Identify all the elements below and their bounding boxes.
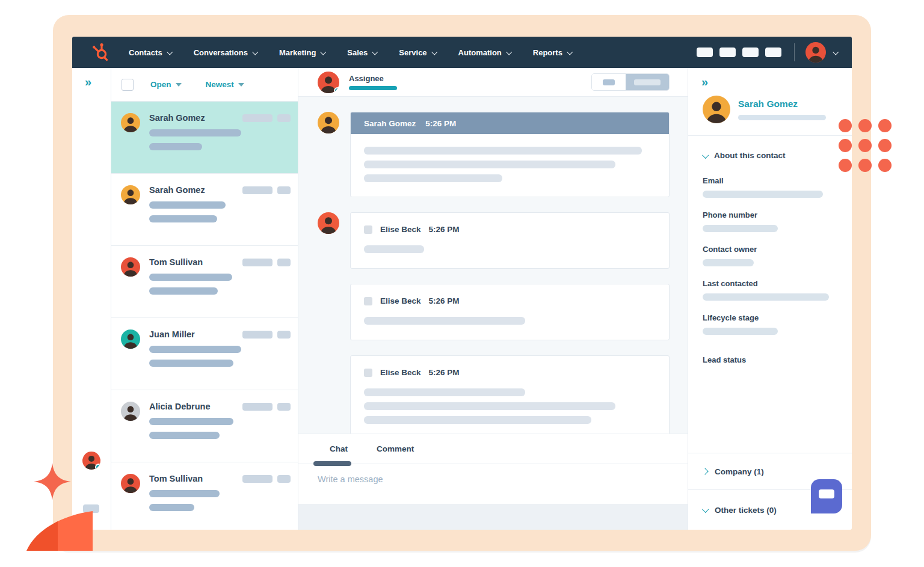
expand-panel-button[interactable]: » [701, 75, 708, 88]
nav-menu: ContactsConversationsMarketingSalesServi… [129, 48, 594, 57]
status-filter-dropdown[interactable]: Open [150, 80, 182, 89]
top-nav: ContactsConversationsMarketingSalesServi… [72, 37, 852, 68]
preview-text-placeholder [149, 129, 241, 136]
message-checkbox[interactable] [364, 225, 372, 234]
nav-action-placeholder[interactable] [742, 48, 759, 57]
nav-item-marketing[interactable]: Marketing [279, 48, 325, 57]
message-text-placeholder [364, 402, 615, 410]
field-label: Phone number [703, 210, 837, 219]
nav-item-label: Service [399, 48, 427, 57]
hubspot-sprocket-logo-icon[interactable] [91, 42, 111, 63]
caret-down-icon [176, 83, 182, 87]
message-checkbox[interactable] [364, 369, 372, 377]
contact-panel-header: » Sarah Gomez [688, 68, 852, 136]
message-time: 5:26 PM [429, 225, 460, 234]
conversation-row-tom-sullivan[interactable]: Tom Sullivan [111, 246, 298, 318]
view-toggle-right-segment[interactable] [626, 74, 669, 90]
nav-item-label: Sales [347, 48, 368, 57]
nav-item-label: Reports [533, 48, 562, 57]
contact-field-lead-status: Lead status [703, 355, 837, 364]
contact-avatar [121, 185, 140, 204]
message-card: Elise Beck5:26 PM [350, 284, 670, 340]
decorative-dot [839, 159, 852, 172]
message-time: 5:26 PM [429, 296, 460, 305]
chat-widget-icon [819, 489, 834, 498]
message-text-placeholder [364, 174, 502, 182]
decorative-leaf-shape [25, 510, 93, 553]
conversation-contact-name: Tom Sullivan [149, 257, 242, 267]
conversation-contact-name: Sarah Gomez [149, 185, 242, 195]
message-thread: Sarah Gomez5:26 PMElise Beck5:26 PMElise… [298, 97, 688, 434]
decorative-dot [878, 139, 892, 152]
nav-item-service[interactable]: Service [399, 48, 436, 57]
nav-action-placeholder[interactable] [765, 48, 781, 57]
field-value-placeholder [703, 259, 754, 266]
sort-label: Newest [206, 80, 234, 89]
chevron-down-icon [702, 506, 709, 513]
timestamp-placeholder [242, 259, 273, 266]
nav-item-contacts[interactable]: Contacts [129, 48, 171, 57]
contact-field-contact-owner: Contact owner [703, 245, 837, 266]
decorative-dot [858, 119, 872, 132]
nav-item-sales[interactable]: Sales [347, 48, 377, 57]
sender-avatar [318, 112, 339, 133]
view-toggle-left-segment[interactable] [592, 74, 626, 90]
agent-avatar[interactable] [82, 452, 100, 470]
chevron-down-icon [167, 49, 173, 55]
view-toggle [591, 73, 670, 91]
sort-dropdown[interactable]: Newest [206, 80, 244, 89]
conversation-row-tom-sullivan[interactable]: Tom Sullivan [111, 462, 298, 530]
composer-tab-comment[interactable]: Comment [377, 444, 414, 453]
decorative-dot [839, 119, 852, 132]
message-text-placeholder [364, 147, 642, 155]
conversation-row-alicia-debrune[interactable]: Alicia Debrune [111, 390, 298, 462]
contact-panel: » Sarah Gomez About this contact EmailPh… [688, 68, 852, 530]
section-label: Company (1) [715, 467, 764, 476]
badge-placeholder [277, 331, 291, 339]
preview-text-placeholder [149, 432, 220, 439]
timestamp-placeholder [242, 186, 273, 194]
preview-text-placeholder [149, 504, 194, 511]
message-checkbox[interactable] [364, 297, 372, 305]
conversation-list-header: Open Newest [111, 68, 298, 102]
nav-item-reports[interactable]: Reports [533, 48, 571, 57]
contact-name[interactable]: Sarah Gomez [738, 99, 826, 109]
main-area: » Open Newest Sarah GomezSara [72, 68, 852, 530]
message-card: Elise Beck5:26 PM [350, 212, 670, 269]
nav-action-placeholder[interactable] [719, 48, 736, 57]
user-menu-chevron-down-icon[interactable] [833, 49, 839, 55]
about-contact-toggle[interactable]: About this contact [703, 151, 852, 160]
nav-item-conversations[interactable]: Conversations [194, 48, 257, 57]
message-text-placeholder [364, 317, 525, 325]
collapsed-sidebar-strip: » [72, 68, 111, 530]
composer-input[interactable]: Write a message [298, 464, 688, 504]
conversation-contact-name: Tom Sullivan [149, 474, 242, 483]
nav-action-placeholders [690, 48, 781, 57]
chevron-down-icon [321, 49, 327, 55]
message-text-placeholder [364, 245, 424, 253]
select-all-checkbox[interactable] [122, 79, 134, 91]
nav-action-placeholder[interactable] [697, 48, 713, 57]
expand-sidebar-button[interactable]: » [85, 76, 91, 88]
assignee-avatar[interactable] [318, 72, 339, 93]
conversation-contact-name: Juan Miller [149, 329, 242, 339]
chevron-down-icon [567, 49, 573, 55]
timestamp-placeholder [242, 114, 273, 122]
badge-placeholder [277, 259, 291, 266]
field-value-placeholder [703, 293, 829, 301]
composer-footer [298, 504, 688, 530]
conversation-row-sarah-gomez[interactable]: Sarah Gomez [111, 174, 298, 246]
user-avatar[interactable] [805, 42, 826, 63]
composer-tab-chat[interactable]: Chat [330, 444, 348, 453]
conversation-contact-name: Sarah Gomez [149, 113, 242, 123]
chat-widget-button[interactable] [811, 479, 842, 513]
conversation-row-juan-miller[interactable]: Juan Miller [111, 318, 298, 390]
nav-item-automation[interactable]: Automation [458, 48, 511, 57]
conversation-row-sarah-gomez[interactable]: Sarah Gomez [111, 102, 298, 174]
message-time: 5:26 PM [425, 119, 456, 128]
contact-avatar [121, 402, 140, 421]
field-label: Lead status [703, 355, 837, 364]
decorative-sparkle-shape [34, 462, 71, 504]
nav-item-label: Marketing [279, 48, 316, 57]
badge-placeholder [277, 186, 291, 194]
